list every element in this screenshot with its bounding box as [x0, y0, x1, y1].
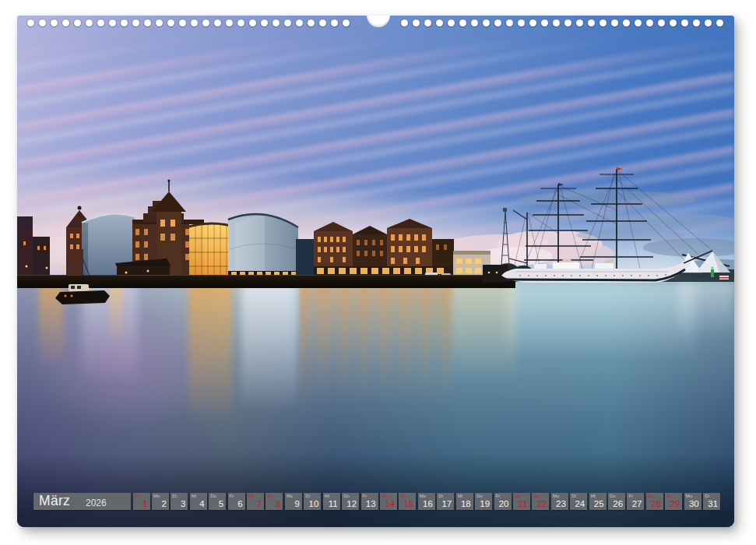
day-number: 11	[329, 500, 338, 508]
weekday-abbr: Mo	[553, 494, 559, 498]
day-cell-10: Di10	[304, 493, 321, 510]
day-cell-30: Mo30	[684, 493, 701, 510]
binding-hole	[74, 19, 81, 26]
day-cell-26: Do26	[608, 493, 625, 510]
binding-hole	[658, 19, 665, 26]
day-number: 7	[257, 500, 262, 508]
calendar-strip: März 2026 So1Mo2Di3Mi4Do5Fr6Sa7So8Mo9Di1…	[33, 493, 720, 510]
day-cell-9: Mo9	[285, 493, 302, 510]
calendar-page: März 2026 So1Mo2Di3Mi4Do5Fr6Sa7So8Mo9Di1…	[17, 16, 734, 527]
binding-hole	[191, 19, 198, 26]
day-number: 18	[461, 500, 471, 508]
binding-hole	[646, 19, 653, 26]
day-number: 27	[632, 500, 642, 508]
weekday-abbr: Fr	[363, 494, 367, 498]
day-cell-8: So8	[265, 493, 283, 510]
month-label: März	[39, 494, 70, 508]
day-cell-13: Fr13	[361, 493, 378, 510]
day-number: 26	[613, 500, 623, 508]
binding-hole	[27, 19, 34, 26]
weekday-abbr: Mo	[686, 494, 692, 498]
day-cell-29: So29	[665, 493, 682, 510]
day-cell-17: Di17	[437, 493, 454, 510]
day-cell-7: Sa7	[247, 493, 264, 510]
binding-hole	[518, 19, 525, 26]
day-cell-3: Di3	[171, 493, 188, 510]
day-number: 10	[309, 500, 319, 508]
year-label: 2026	[86, 498, 107, 508]
day-number: 9	[294, 500, 299, 508]
binding-hole	[343, 19, 350, 26]
binding-hole	[623, 19, 630, 26]
weekday-abbr: So	[533, 494, 539, 498]
weekday-abbr: Mi	[192, 494, 196, 498]
day-cell-23: Mo23	[551, 493, 568, 510]
day-cell-2: Mo2	[152, 493, 169, 510]
day-number: 28	[651, 500, 661, 508]
weekday-abbr: Do	[610, 494, 616, 498]
weekday-abbr: Di	[438, 494, 443, 498]
day-number: 15	[404, 500, 414, 508]
binding-hole	[144, 19, 151, 26]
day-number: 24	[575, 500, 585, 508]
weekday-abbr: Di	[172, 494, 177, 498]
day-cell-16: Mo16	[418, 493, 435, 510]
binding-hole	[483, 19, 490, 26]
binding-hole	[273, 19, 280, 26]
day-number: 17	[441, 500, 452, 508]
weekday-abbr: Mo	[287, 494, 293, 498]
binding-hole	[541, 19, 548, 26]
binding-hole	[62, 19, 69, 26]
month-year-label: März 2026	[33, 493, 131, 510]
day-number: 22	[537, 500, 547, 508]
binding-hole	[401, 19, 408, 26]
binding-hole	[494, 19, 501, 26]
binding-hole	[121, 19, 128, 26]
day-cell-21: Sa21	[513, 493, 530, 510]
binding-hole	[424, 19, 431, 26]
binding-hole	[97, 19, 104, 26]
binding-hole	[681, 19, 688, 26]
day-number: 30	[689, 500, 699, 508]
day-cell-28: Sa28	[646, 493, 663, 510]
binding-hole	[237, 19, 244, 26]
binding-hole	[261, 19, 268, 26]
binding-hole	[705, 19, 712, 26]
binding-hole	[413, 19, 420, 26]
binding-hole	[86, 19, 93, 26]
binding-hole	[132, 19, 139, 26]
weekday-abbr: Mo	[420, 494, 426, 498]
weekday-abbr: So	[267, 494, 273, 498]
day-number: 29	[670, 500, 680, 508]
binding-hole	[506, 19, 513, 26]
weekday-abbr: So	[400, 494, 406, 498]
weekday-abbr: Di	[571, 494, 576, 498]
binding-hole	[319, 19, 326, 26]
day-cell-19: Do19	[475, 493, 492, 510]
day-number: 16	[423, 500, 433, 508]
binding-hole	[564, 19, 571, 26]
binding-hole	[459, 19, 466, 26]
day-number: 8	[276, 500, 280, 508]
binding-hole	[179, 19, 186, 26]
day-number: 31	[708, 500, 718, 508]
day-cell-11: Mi11	[323, 493, 340, 510]
day-number: 5	[219, 500, 223, 508]
day-number: 6	[237, 500, 242, 508]
day-cell-15: So15	[399, 493, 416, 510]
harbor-skyline-illustration	[17, 16, 734, 527]
day-number: 21	[518, 500, 528, 508]
day-cell-25: Mi25	[589, 493, 607, 510]
day-cell-18: Mi18	[456, 493, 473, 510]
weekday-abbr: Sa	[648, 494, 653, 498]
day-number: 19	[480, 500, 490, 508]
weekday-abbr: Di	[705, 494, 709, 498]
binding-hole	[331, 19, 338, 26]
day-number: 25	[594, 500, 604, 508]
binding-hole	[448, 19, 455, 26]
day-cell-20: Fr20	[494, 493, 512, 510]
weekday-abbr: Sa	[248, 494, 254, 498]
day-number: 23	[556, 500, 566, 508]
weekday-abbr: Mi	[458, 494, 462, 498]
day-cell-6: Fr6	[228, 493, 245, 510]
